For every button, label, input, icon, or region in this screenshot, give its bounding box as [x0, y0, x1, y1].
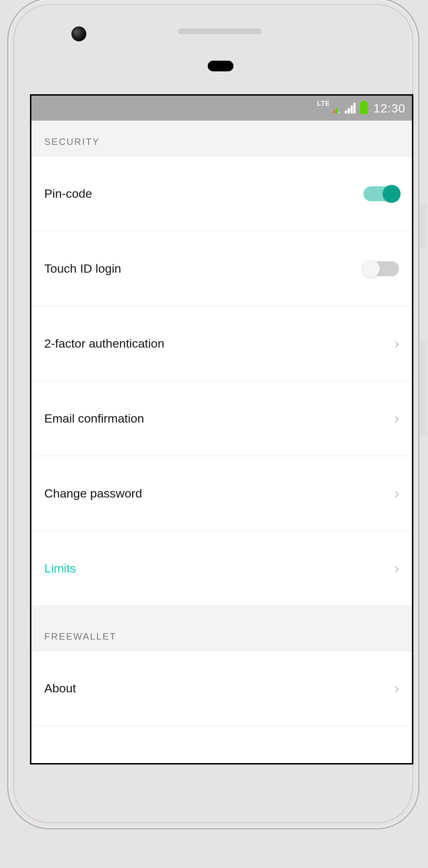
row-label-change-password: Change password: [44, 486, 142, 500]
row-label-limits: Limits: [44, 561, 76, 575]
row-email-confirmation[interactable]: Email confirmation ›: [31, 381, 412, 456]
sensor-pill-icon: [208, 61, 233, 71]
front-camera-icon: [71, 26, 86, 41]
section-header-freewallet: FREEWALLET: [31, 606, 412, 651]
row-two-factor[interactable]: 2-factor authentication ›: [31, 306, 412, 381]
row-label-two-factor: 2-factor authentication: [44, 337, 164, 350]
earpiece-icon: [178, 29, 262, 34]
row-pin-code[interactable]: Pin-code: [31, 156, 412, 231]
row-touch-id[interactable]: Touch ID login: [31, 231, 412, 306]
switch-knob-icon: [383, 185, 401, 203]
chevron-right-icon: ›: [394, 410, 399, 427]
status-bar: LTE 12:30: [31, 96, 412, 121]
page-canvas: LTE 12:30 SECURITY Pin-code Touch ID log…: [0, 0, 428, 868]
section-header-security: SECURITY: [31, 121, 412, 156]
chevron-right-icon: ›: [394, 335, 399, 352]
row-limits[interactable]: Limits ›: [31, 531, 412, 606]
power-button-icon: [420, 203, 427, 249]
chevron-right-icon: ›: [394, 560, 399, 576]
cell-signal-icon: [345, 103, 356, 113]
switch-pin-code[interactable]: [363, 186, 399, 201]
row-label-about: About: [44, 681, 76, 695]
switch-touch-id[interactable]: [363, 261, 399, 276]
data-signal-icon: [333, 103, 341, 113]
row-about[interactable]: About ›: [31, 651, 412, 726]
chevron-right-icon: ›: [394, 485, 399, 501]
network-label: LTE: [317, 100, 330, 107]
clock: 12:30: [373, 101, 406, 115]
volume-button-icon: [420, 342, 427, 435]
row-label-pin-code: Pin-code: [44, 187, 92, 201]
row-label-touch-id: Touch ID login: [44, 262, 121, 276]
chevron-right-icon: ›: [394, 680, 399, 696]
row-change-password[interactable]: Change password ›: [31, 456, 412, 531]
switch-knob-icon: [362, 260, 380, 278]
row-label-email-confirmation: Email confirmation: [44, 412, 144, 425]
phone-frame: LTE 12:30 SECURITY Pin-code Touch ID log…: [7, 0, 419, 829]
device-screen: LTE 12:30 SECURITY Pin-code Touch ID log…: [30, 94, 413, 764]
battery-icon: [360, 102, 368, 114]
